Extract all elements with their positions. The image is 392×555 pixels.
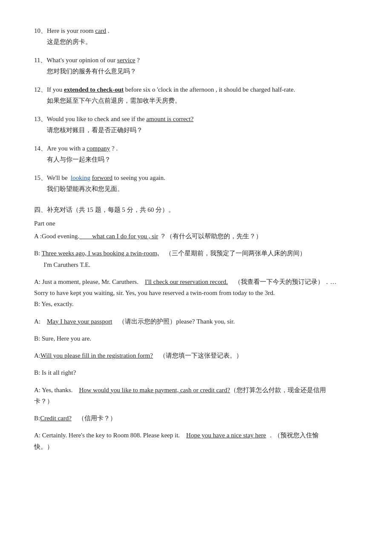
item-15-looking: looking — [71, 174, 90, 181]
item-13-zh: 请您核对账目，看是否正确好吗？ — [34, 125, 358, 136]
dialog-a3: A: May I have your passport （请出示您的护照）ple… — [34, 316, 358, 327]
dialog-b3-line: B: Is it all right? — [34, 367, 358, 378]
dialog-a6: A: Certainly. Here's the key to Room 808… — [34, 430, 358, 452]
dialog-a5: A: Yes, thanks. How would you like to ma… — [34, 384, 358, 407]
dialog-a5-line2: 卡？） — [34, 396, 358, 407]
dialog-b1-reply: B: Yes, exactly. — [34, 298, 358, 309]
dialog-b1-line2: I'm Caruthers T.E. — [34, 259, 358, 270]
dialog-a1: A :Good evening. what can I do for you ,… — [34, 231, 358, 242]
dialog-a5-line1: A: Yes, thanks. How would you like to ma… — [34, 384, 358, 396]
item-10-zh: 这是您的房卡。 — [34, 37, 358, 48]
item-11: 11、What's your opinion of our service ? … — [34, 55, 358, 77]
part-one-label: Part one — [34, 218, 358, 229]
dialog-b4-line: B:Credit card? （信用卡？） — [34, 413, 358, 424]
item-14-en: 14、Are you with a company ? . — [34, 143, 358, 154]
dialog-b4: B:Credit card? （信用卡？） — [34, 413, 358, 424]
dialog-b1: B: Three weeks ago, I was booking a twin… — [34, 248, 358, 270]
dialog-b4-underline: Credit card? — [40, 415, 72, 422]
item-12-zh: 如果您延至下午六点前退房，需加收半天房费。 — [34, 95, 358, 107]
item-12-en: 12、If you extended to check-out before s… — [34, 84, 358, 95]
dialog-a5-underline: How would you like to make payment, cash… — [79, 387, 230, 393]
dialog-b2: B: Sure, Here you are. — [34, 333, 358, 344]
item-11-en: 11、What's your opinion of our service ? — [34, 55, 358, 66]
item-15-forword: forword — [92, 174, 112, 181]
dialog-b1-underline: Three weeks ago, I was booking a twin-ro… — [42, 250, 159, 257]
dialog-a4-underline: Will you please fill in the registration… — [40, 352, 153, 359]
dialog-a2-line1: A: Just a moment, please, Mr. Caruthers.… — [34, 276, 358, 287]
item-14-zh: 有人与你一起来住吗？ — [34, 154, 358, 165]
dialog-a3-line: A: May I have your passport （请出示您的护照）ple… — [34, 316, 358, 327]
item-13-underline: amount is correct? — [146, 116, 193, 122]
item-14: 14、Are you with a company ? . 有人与你一起来住吗？ — [34, 143, 358, 165]
dialog-a2-underline: I'll check our reservation record. — [145, 278, 228, 285]
item-11-zh: 您对我们的服务有什么意见吗？ — [34, 66, 358, 77]
dialog-a2-line2: Sorry to have kept you waiting, sir. Yes… — [34, 287, 358, 298]
dialog-b3: B: Is it all right? — [34, 367, 358, 378]
dialog-a6-line2: 快。） — [34, 441, 358, 452]
dialog-a1-line: A :Good evening. what can I do for you ,… — [34, 231, 358, 242]
item-15-zh: 我们盼望能再次和您见面。 — [34, 184, 358, 195]
dialog-a4: A:Will you please fill in the registrati… — [34, 350, 358, 361]
dialog-a6-underline: Hope you have a nice stay here — [186, 432, 266, 439]
item-13: 13、Would you like to check and see if th… — [34, 114, 358, 136]
item-10-en: 10、Here is your room card . — [34, 26, 358, 37]
dialog-a1-underline: what can I do for you , sir — [79, 233, 158, 240]
item-15-en: 15、We'll be looking forword to seeing yo… — [34, 173, 358, 184]
item-15: 15、We'll be looking forword to seeing yo… — [34, 173, 358, 194]
item-12-underline: extended to check-out — [64, 86, 124, 93]
dialog-b2-line: B: Sure, Here you are. — [34, 333, 358, 344]
item-14-underline: company — [86, 145, 110, 152]
section-four-title: 四、补充对话（共 15 题，每题 5 分，共 60 分）。 — [34, 205, 358, 216]
dialog-a6-line1: A: Certainly. Here's the key to Room 808… — [34, 430, 358, 441]
item-10: 10、Here is your room card . 这是您的房卡。 — [34, 26, 358, 47]
dialog-a2: A: Just a moment, please, Mr. Caruthers.… — [34, 276, 358, 310]
item-12: 12、If you extended to check-out before s… — [34, 84, 358, 106]
dialog-a4-line: A:Will you please fill in the registrati… — [34, 350, 358, 361]
item-10-underline: card — [95, 27, 106, 34]
dialog-b1-line1: B: Three weeks ago, I was booking a twin… — [34, 248, 358, 259]
item-11-underline: service — [117, 57, 135, 64]
dialog-a3-passport-underline: May I have your passport — [47, 318, 112, 325]
item-13-en: 13、Would you like to check and see if th… — [34, 114, 358, 125]
